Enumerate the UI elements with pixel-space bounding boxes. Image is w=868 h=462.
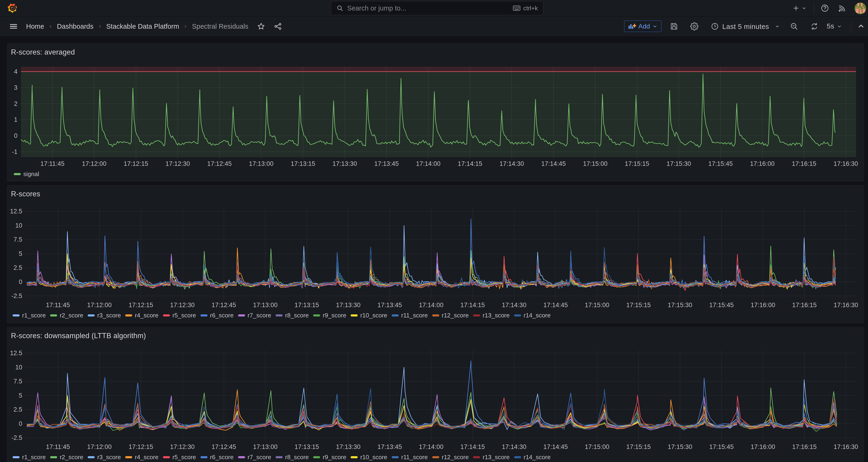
svg-text:17:13:30: 17:13:30 bbox=[333, 160, 357, 167]
svg-text:3: 3 bbox=[14, 84, 18, 91]
svg-text:17:12:30: 17:12:30 bbox=[170, 302, 195, 309]
svg-text:17:16:15: 17:16:15 bbox=[792, 160, 816, 167]
svg-text:10: 10 bbox=[15, 364, 22, 371]
svg-text:17:15:45: 17:15:45 bbox=[709, 443, 734, 450]
svg-text:17:16:30: 17:16:30 bbox=[834, 302, 858, 309]
svg-text:17:14:45: 17:14:45 bbox=[543, 443, 568, 450]
svg-text:0: 0 bbox=[19, 278, 22, 285]
svg-text:17:16:00: 17:16:00 bbox=[750, 160, 775, 167]
svg-text:17:13:00: 17:13:00 bbox=[249, 160, 274, 167]
svg-text:17:12:15: 17:12:15 bbox=[124, 160, 148, 167]
svg-text:10: 10 bbox=[15, 222, 22, 229]
svg-text:17:15:15: 17:15:15 bbox=[626, 302, 651, 309]
svg-text:17:13:15: 17:13:15 bbox=[291, 160, 315, 167]
svg-text:-1: -1 bbox=[12, 148, 18, 155]
svg-text:2.5: 2.5 bbox=[13, 264, 22, 271]
svg-text:-2.5: -2.5 bbox=[11, 292, 22, 300]
svg-text:17:12:45: 17:12:45 bbox=[212, 302, 236, 309]
svg-text:17:13:45: 17:13:45 bbox=[377, 443, 402, 450]
svg-text:17:15:00: 17:15:00 bbox=[585, 443, 609, 450]
svg-text:17:14:30: 17:14:30 bbox=[502, 302, 526, 309]
svg-text:17:14:45: 17:14:45 bbox=[543, 302, 568, 309]
svg-text:17:12:30: 17:12:30 bbox=[170, 443, 195, 450]
svg-text:17:12:15: 17:12:15 bbox=[129, 443, 153, 450]
svg-text:17:11:45: 17:11:45 bbox=[40, 160, 64, 167]
svg-text:17:14:30: 17:14:30 bbox=[499, 160, 524, 167]
svg-text:17:16:15: 17:16:15 bbox=[792, 302, 817, 309]
svg-text:7.5: 7.5 bbox=[13, 236, 22, 243]
svg-text:17:16:15: 17:16:15 bbox=[792, 443, 817, 450]
svg-text:12.5: 12.5 bbox=[10, 208, 22, 215]
svg-text:17:14:15: 17:14:15 bbox=[461, 302, 485, 309]
svg-text:17:16:00: 17:16:00 bbox=[751, 443, 775, 450]
svg-text:17:14:30: 17:14:30 bbox=[502, 443, 526, 450]
svg-text:17:13:00: 17:13:00 bbox=[253, 302, 277, 309]
svg-text:17:15:15: 17:15:15 bbox=[626, 443, 651, 450]
svg-text:17:14:15: 17:14:15 bbox=[461, 443, 485, 450]
svg-text:17:16:30: 17:16:30 bbox=[834, 443, 858, 450]
svg-text:1: 1 bbox=[14, 116, 18, 123]
svg-text:17:15:30: 17:15:30 bbox=[668, 302, 692, 309]
svg-text:17:13:15: 17:13:15 bbox=[294, 302, 319, 309]
svg-text:17:14:00: 17:14:00 bbox=[419, 443, 443, 450]
svg-text:4: 4 bbox=[14, 68, 18, 75]
svg-text:17:13:30: 17:13:30 bbox=[336, 302, 361, 309]
svg-text:17:15:00: 17:15:00 bbox=[583, 160, 608, 167]
svg-text:17:13:30: 17:13:30 bbox=[336, 443, 361, 450]
svg-text:17:15:45: 17:15:45 bbox=[708, 160, 733, 167]
svg-text:2.5: 2.5 bbox=[13, 406, 22, 413]
svg-text:17:14:00: 17:14:00 bbox=[416, 160, 440, 167]
svg-text:17:11:45: 17:11:45 bbox=[46, 302, 70, 309]
svg-text:17:13:45: 17:13:45 bbox=[374, 160, 399, 167]
svg-text:0: 0 bbox=[14, 132, 18, 139]
svg-text:17:16:30: 17:16:30 bbox=[834, 160, 858, 167]
svg-text:17:15:00: 17:15:00 bbox=[585, 302, 609, 309]
svg-text:17:15:15: 17:15:15 bbox=[625, 160, 649, 167]
svg-text:17:12:30: 17:12:30 bbox=[165, 160, 190, 167]
svg-text:17:14:15: 17:14:15 bbox=[458, 160, 482, 167]
svg-text:17:15:30: 17:15:30 bbox=[668, 443, 692, 450]
svg-text:5: 5 bbox=[19, 250, 22, 257]
svg-text:17:11:45: 17:11:45 bbox=[46, 443, 70, 450]
svg-text:17:13:15: 17:13:15 bbox=[294, 443, 319, 450]
svg-text:17:14:00: 17:14:00 bbox=[419, 302, 443, 309]
svg-text:7.5: 7.5 bbox=[13, 378, 22, 385]
svg-text:5: 5 bbox=[19, 392, 22, 399]
svg-text:17:14:45: 17:14:45 bbox=[541, 160, 566, 167]
svg-text:17:12:00: 17:12:00 bbox=[87, 443, 112, 450]
svg-text:17:12:00: 17:12:00 bbox=[82, 160, 106, 167]
svg-text:17:16:00: 17:16:00 bbox=[751, 302, 775, 309]
svg-text:17:12:15: 17:12:15 bbox=[129, 302, 153, 309]
svg-text:17:12:00: 17:12:00 bbox=[87, 302, 112, 309]
svg-text:12.5: 12.5 bbox=[10, 349, 22, 357]
svg-text:17:15:30: 17:15:30 bbox=[666, 160, 691, 167]
svg-text:2: 2 bbox=[14, 100, 18, 107]
svg-text:17:12:45: 17:12:45 bbox=[207, 160, 232, 167]
svg-text:-2.5: -2.5 bbox=[11, 434, 22, 441]
svg-text:0: 0 bbox=[19, 420, 22, 427]
svg-text:17:12:45: 17:12:45 bbox=[212, 443, 236, 450]
svg-text:17:13:45: 17:13:45 bbox=[377, 302, 402, 309]
svg-text:17:13:00: 17:13:00 bbox=[253, 443, 277, 450]
svg-text:17:15:45: 17:15:45 bbox=[709, 302, 734, 309]
